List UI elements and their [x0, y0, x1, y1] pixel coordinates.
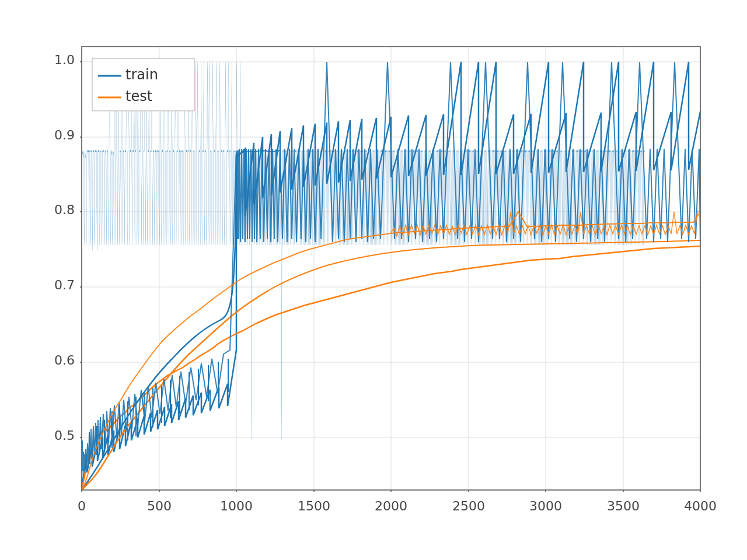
legend-test-label: test: [125, 88, 152, 104]
chart-container: 0.5 0.6 0.7 0.8 0.9 1.0 0 500 1000 1500 …: [23, 23, 724, 537]
x-tick-4000: 4000: [684, 499, 717, 513]
x-tick-1000: 1000: [220, 499, 253, 513]
y-tick-05: 0.5: [54, 428, 75, 443]
x-tick-0: 0: [78, 499, 86, 513]
y-tick-07: 0.7: [54, 278, 75, 292]
x-tick-500: 500: [147, 499, 172, 513]
y-tick-08: 0.8: [54, 202, 75, 217]
y-tick-06: 0.6: [54, 353, 75, 368]
y-tick-10: 1.0: [54, 52, 75, 67]
x-tick-2000: 2000: [375, 499, 407, 513]
x-tick-3500: 3500: [607, 499, 640, 513]
y-tick-09: 0.9: [54, 128, 75, 142]
x-tick-1500: 1500: [298, 499, 330, 513]
legend-train-label: train: [125, 66, 158, 83]
x-tick-3000: 3000: [529, 499, 562, 513]
x-tick-2500: 2500: [452, 499, 485, 513]
